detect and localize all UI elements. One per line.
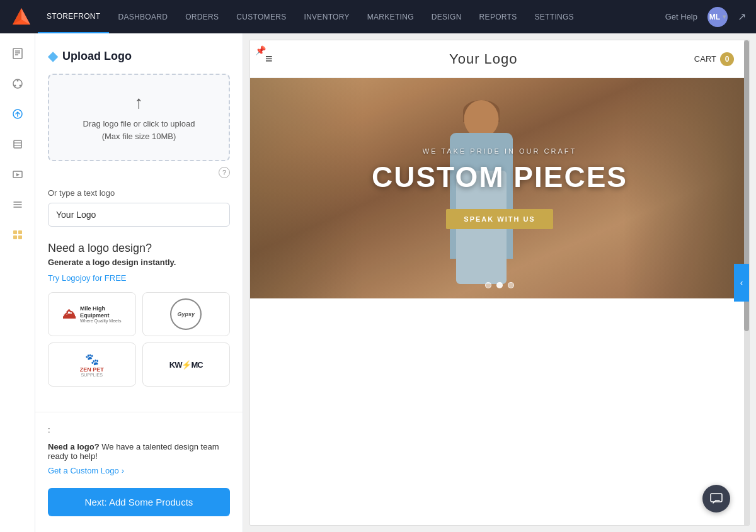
store-hamburger-icon[interactable]: ≡ [265,52,273,66]
nav-marketing[interactable]: MARKETING [358,0,423,33]
upload-logo-header: ◆ Upload Logo [48,48,230,64]
mh-text: Mile HighEquipment [80,305,121,319]
get-custom-logo-chevron: › [122,466,124,475]
svg-rect-12 [14,140,21,148]
logo-samples-grid: ⛰ Mile HighEquipment Where Quality Meets… [48,292,230,387]
svg-rect-22 [13,235,17,239]
nav-dashboard[interactable]: DASHBOARD [109,0,176,33]
user-menu-chevron: ▾ [723,13,726,20]
svg-marker-16 [16,173,20,176]
nav-customers[interactable]: CUSTOMERS [227,0,295,33]
left-bottom-section: : Need a logo? We have a talented design… [35,412,243,529]
hero-dot-2[interactable] [496,282,503,288]
kwmc-logo: KW⚡MC [169,360,203,370]
preview-toggle-arrow[interactable]: ‹ [734,264,749,302]
store-preview-header: ≡ Your Logo CART 0 [250,40,749,78]
left-panel: ◆ Upload Logo ↑ Drag logo file or click … [35,33,243,532]
svg-rect-20 [13,230,17,234]
logo-sample-zen-pet: 🐾 ZEN PET SUPPLIES [48,342,136,387]
svg-point-10 [14,85,16,87]
nav-orders[interactable]: ORDERS [176,0,227,33]
nav-reports[interactable]: REPORTS [471,0,526,33]
zen-pet-text: ZEN PET [80,366,104,373]
zen-pet-subtext: SUPPLIES [80,373,104,377]
help-circle-icon[interactable]: ? [219,167,230,178]
logo-sample-kwmc: KW⚡MC [142,342,231,387]
pin-icon: 📌 [255,45,266,55]
upload-arrow-icon: ↑ [59,93,219,113]
external-link-icon[interactable]: ↗ [738,11,746,23]
icon-sidebar [0,33,35,532]
svg-point-9 [19,85,21,87]
sidebar-upload-icon[interactable] [5,101,30,127]
svg-point-8 [16,80,18,82]
mh-icon: ⛰ [62,306,76,322]
store-cart[interactable]: CART 0 [694,52,734,66]
nav-items: STOREFRONT DASHBOARD ORDERS CUSTOMERS IN… [38,0,665,33]
sidebar-apps-icon[interactable] [5,222,30,247]
left-top-section: ◆ Upload Logo ↑ Drag logo file or click … [35,33,243,402]
text-logo-input[interactable] [48,203,230,227]
hero-carousel-dots [485,282,514,288]
chat-widget[interactable] [702,485,730,512]
upload-prompt-text: Drag logo file or click to upload (Max f… [59,118,219,142]
text-logo-label: Or type a text logo [48,188,230,198]
svg-rect-21 [18,230,22,234]
logo-design-section: Need a logo design? Generate a logo desi… [48,242,230,387]
cart-count-badge: 0 [720,52,734,66]
zen-pet-icon: 🐾 [80,353,104,366]
mh-subtext: Where Quality Meets [80,319,121,323]
nav-right-section: Get Help ML ▾ ↗ [665,7,746,27]
sidebar-pages-icon[interactable] [5,41,30,66]
store-logo-text: Your Logo [449,51,518,67]
hero-overlay: WE TAKE PRIDE IN OUR CRAFT CUSTOM PIECES… [250,78,749,298]
hero-dot-1[interactable] [485,282,491,288]
svg-rect-23 [18,235,22,239]
hero-cta-button[interactable]: SPEAK WITH US [446,209,553,229]
zen-pet-logo: 🐾 ZEN PET SUPPLIES [80,353,104,377]
sidebar-menu-icon[interactable] [5,192,30,217]
diamond-icon: ◆ [48,48,57,64]
mile-high-logo: ⛰ Mile HighEquipment Where Quality Meets [62,305,121,324]
sidebar-media-icon[interactable] [5,162,30,187]
next-add-products-button[interactable]: Next: Add Some Products [48,488,230,516]
store-hero-section: WE TAKE PRIDE IN OUR CRAFT CUSTOM PIECES… [250,78,749,298]
top-navigation: STOREFRONT DASHBOARD ORDERS CUSTOMERS IN… [0,0,756,33]
nav-settings[interactable]: SETTINGS [526,0,583,33]
get-help-link[interactable]: Get Help [665,12,697,21]
nav-storefront[interactable]: STOREFRONT [38,0,109,33]
logojoy-cta-link[interactable]: Try Logojoy for FREE [48,273,127,283]
app-logo[interactable] [10,6,33,28]
sidebar-layers-icon[interactable] [5,132,30,157]
hero-dot-3[interactable] [508,282,514,288]
sidebar-design-icon[interactable] [5,71,30,96]
logo-sample-gypsy: Gypsy [142,292,231,336]
need-logo-description: Need a logo? We have a talented design t… [48,442,230,461]
user-avatar[interactable]: ML ▾ [707,7,728,27]
colon-text: : [48,425,230,434]
upload-logo-title-text: Upload Logo [62,50,132,63]
help-icon-row: ? [48,166,230,178]
logo-design-subheading: Generate a logo design instantly. [48,258,230,267]
hero-title-text: CUSTOM PIECES [372,160,627,194]
upload-dropzone[interactable]: ↑ Drag logo file or click to upload (Max… [48,74,230,161]
logo-design-heading: Need a logo design? [48,242,230,255]
main-content: ◆ Upload Logo ↑ Drag logo file or click … [35,33,756,532]
logo-sample-mile-high: ⛰ Mile HighEquipment Where Quality Meets [48,292,136,336]
app-body: ◆ Upload Logo ↑ Drag logo file or click … [0,33,756,532]
svg-rect-3 [13,48,22,59]
nav-design[interactable]: DESIGN [423,0,471,33]
store-preview-container: 📌 ≡ Your Logo CART 0 [249,40,750,526]
nav-inventory[interactable]: INVENTORY [295,0,358,33]
get-custom-logo-link[interactable]: Get a Custom Logo › [48,466,230,475]
preview-panel: 📌 ≡ Your Logo CART 0 [243,33,756,532]
kwmc-bolt: ⚡ [181,360,191,370]
gypsy-logo: Gypsy [170,298,202,330]
hero-subtitle-text: WE TAKE PRIDE IN OUR CRAFT [423,147,576,155]
